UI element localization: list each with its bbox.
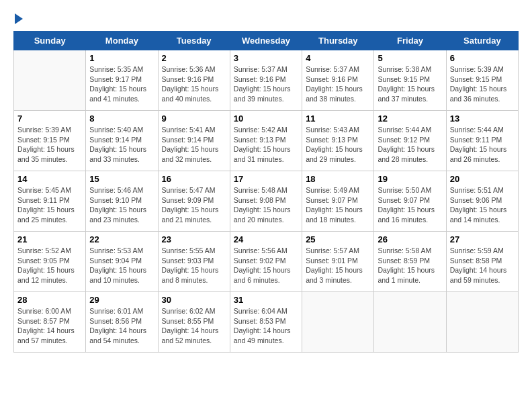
calendar-cell: 17Sunrise: 5:48 AM Sunset: 9:08 PM Dayli… bbox=[230, 171, 302, 232]
day-of-week-header: Saturday bbox=[446, 32, 518, 50]
day-info: Sunrise: 5:46 AM Sunset: 9:10 PM Dayligh… bbox=[89, 185, 154, 225]
logo bbox=[13, 13, 23, 24]
calendar-table: SundayMondayTuesdayWednesdayThursdayFrid… bbox=[13, 31, 519, 353]
day-info: Sunrise: 5:41 AM Sunset: 9:14 PM Dayligh… bbox=[162, 125, 226, 165]
day-number: 16 bbox=[162, 174, 226, 184]
day-info: Sunrise: 5:38 AM Sunset: 9:15 PM Dayligh… bbox=[378, 64, 442, 104]
day-number: 27 bbox=[450, 234, 515, 244]
calendar-cell: 22Sunrise: 5:53 AM Sunset: 9:04 PM Dayli… bbox=[86, 232, 158, 292]
day-number: 3 bbox=[234, 53, 298, 63]
calendar-cell: 25Sunrise: 5:57 AM Sunset: 9:01 PM Dayli… bbox=[302, 232, 374, 292]
day-number: 5 bbox=[378, 53, 442, 63]
day-info: Sunrise: 5:37 AM Sunset: 9:16 PM Dayligh… bbox=[234, 64, 298, 104]
day-number: 18 bbox=[306, 174, 370, 184]
day-of-week-header: Friday bbox=[374, 32, 446, 50]
calendar-week-row: 28Sunrise: 6:00 AM Sunset: 8:57 PM Dayli… bbox=[14, 292, 519, 353]
day-info: Sunrise: 5:58 AM Sunset: 8:59 PM Dayligh… bbox=[378, 246, 442, 285]
day-info: Sunrise: 5:50 AM Sunset: 9:07 PM Dayligh… bbox=[378, 185, 442, 225]
day-number: 28 bbox=[17, 295, 82, 305]
calendar-cell: 4Sunrise: 5:37 AM Sunset: 9:16 PM Daylig… bbox=[302, 50, 374, 111]
day-info: Sunrise: 5:59 AM Sunset: 8:58 PM Dayligh… bbox=[450, 246, 515, 285]
calendar-cell: 18Sunrise: 5:49 AM Sunset: 9:07 PM Dayli… bbox=[302, 171, 374, 232]
day-info: Sunrise: 5:49 AM Sunset: 9:07 PM Dayligh… bbox=[306, 185, 370, 225]
day-of-week-header: Tuesday bbox=[158, 32, 230, 50]
day-info: Sunrise: 5:35 AM Sunset: 9:17 PM Dayligh… bbox=[89, 64, 154, 104]
day-number: 10 bbox=[234, 113, 298, 124]
calendar-cell: 31Sunrise: 6:04 AM Sunset: 8:53 PM Dayli… bbox=[230, 292, 302, 353]
calendar-cell bbox=[14, 50, 86, 111]
day-number: 20 bbox=[450, 174, 515, 184]
calendar-cell: 26Sunrise: 5:58 AM Sunset: 8:59 PM Dayli… bbox=[374, 232, 446, 292]
calendar-cell: 24Sunrise: 5:56 AM Sunset: 9:02 PM Dayli… bbox=[230, 232, 302, 292]
calendar-cell: 15Sunrise: 5:46 AM Sunset: 9:10 PM Dayli… bbox=[86, 171, 158, 232]
calendar-cell: 27Sunrise: 5:59 AM Sunset: 8:58 PM Dayli… bbox=[446, 232, 518, 292]
day-number: 17 bbox=[234, 174, 298, 184]
day-info: Sunrise: 5:43 AM Sunset: 9:13 PM Dayligh… bbox=[306, 125, 370, 165]
calendar-header-row: SundayMondayTuesdayWednesdayThursdayFrid… bbox=[14, 32, 519, 50]
day-number: 7 bbox=[17, 113, 82, 124]
logo-arrow-icon bbox=[15, 13, 23, 24]
calendar-week-row: 14Sunrise: 5:45 AM Sunset: 9:11 PM Dayli… bbox=[14, 171, 519, 232]
calendar-cell: 2Sunrise: 5:36 AM Sunset: 9:16 PM Daylig… bbox=[158, 50, 230, 111]
day-number: 2 bbox=[162, 53, 226, 63]
calendar-cell: 20Sunrise: 5:51 AM Sunset: 9:06 PM Dayli… bbox=[446, 171, 518, 232]
day-info: Sunrise: 5:51 AM Sunset: 9:06 PM Dayligh… bbox=[450, 185, 515, 225]
calendar-cell: 21Sunrise: 5:52 AM Sunset: 9:05 PM Dayli… bbox=[14, 232, 86, 292]
day-number: 31 bbox=[234, 295, 298, 305]
day-info: Sunrise: 5:39 AM Sunset: 9:15 PM Dayligh… bbox=[17, 125, 82, 165]
day-info: Sunrise: 5:42 AM Sunset: 9:13 PM Dayligh… bbox=[234, 125, 298, 165]
day-number: 23 bbox=[162, 234, 226, 244]
calendar-cell: 23Sunrise: 5:55 AM Sunset: 9:03 PM Dayli… bbox=[158, 232, 230, 292]
day-of-week-header: Monday bbox=[86, 32, 158, 50]
day-info: Sunrise: 6:04 AM Sunset: 8:53 PM Dayligh… bbox=[234, 306, 298, 346]
day-number: 13 bbox=[450, 113, 515, 124]
day-info: Sunrise: 5:48 AM Sunset: 9:08 PM Dayligh… bbox=[234, 185, 298, 225]
calendar-cell: 3Sunrise: 5:37 AM Sunset: 9:16 PM Daylig… bbox=[230, 50, 302, 111]
day-of-week-header: Wednesday bbox=[230, 32, 302, 50]
calendar-week-row: 21Sunrise: 5:52 AM Sunset: 9:05 PM Dayli… bbox=[14, 232, 519, 292]
day-info: Sunrise: 5:37 AM Sunset: 9:16 PM Dayligh… bbox=[306, 64, 370, 104]
day-info: Sunrise: 5:56 AM Sunset: 9:02 PM Dayligh… bbox=[234, 246, 298, 285]
day-of-week-header: Sunday bbox=[14, 32, 86, 50]
day-of-week-header: Thursday bbox=[302, 32, 374, 50]
day-info: Sunrise: 5:55 AM Sunset: 9:03 PM Dayligh… bbox=[162, 246, 226, 285]
day-number: 26 bbox=[378, 234, 442, 244]
day-info: Sunrise: 5:39 AM Sunset: 9:15 PM Dayligh… bbox=[450, 64, 515, 104]
day-number: 25 bbox=[306, 234, 370, 244]
calendar-week-row: 7Sunrise: 5:39 AM Sunset: 9:15 PM Daylig… bbox=[14, 111, 519, 171]
day-info: Sunrise: 5:36 AM Sunset: 9:16 PM Dayligh… bbox=[162, 64, 226, 104]
calendar-cell bbox=[446, 292, 518, 353]
day-info: Sunrise: 5:52 AM Sunset: 9:05 PM Dayligh… bbox=[17, 246, 82, 285]
calendar-cell bbox=[374, 292, 446, 353]
calendar-week-row: 1Sunrise: 5:35 AM Sunset: 9:17 PM Daylig… bbox=[14, 50, 519, 111]
day-number: 14 bbox=[17, 174, 82, 184]
day-number: 1 bbox=[89, 53, 154, 63]
day-number: 8 bbox=[89, 113, 154, 124]
page-header bbox=[13, 13, 519, 24]
day-info: Sunrise: 6:01 AM Sunset: 8:56 PM Dayligh… bbox=[89, 306, 154, 346]
day-number: 30 bbox=[162, 295, 226, 305]
calendar-cell bbox=[302, 292, 374, 353]
day-info: Sunrise: 5:47 AM Sunset: 9:09 PM Dayligh… bbox=[162, 185, 226, 225]
day-number: 6 bbox=[450, 53, 515, 63]
day-number: 9 bbox=[162, 113, 226, 124]
day-number: 29 bbox=[89, 295, 154, 305]
calendar-cell: 16Sunrise: 5:47 AM Sunset: 9:09 PM Dayli… bbox=[158, 171, 230, 232]
day-number: 11 bbox=[306, 113, 370, 124]
day-info: Sunrise: 5:44 AM Sunset: 9:11 PM Dayligh… bbox=[450, 125, 515, 165]
calendar-cell: 30Sunrise: 6:02 AM Sunset: 8:55 PM Dayli… bbox=[158, 292, 230, 353]
day-number: 12 bbox=[378, 113, 442, 124]
day-info: Sunrise: 6:00 AM Sunset: 8:57 PM Dayligh… bbox=[17, 306, 82, 346]
calendar-cell: 9Sunrise: 5:41 AM Sunset: 9:14 PM Daylig… bbox=[158, 111, 230, 171]
day-number: 15 bbox=[89, 174, 154, 184]
calendar-cell: 29Sunrise: 6:01 AM Sunset: 8:56 PM Dayli… bbox=[86, 292, 158, 353]
day-info: Sunrise: 5:57 AM Sunset: 9:01 PM Dayligh… bbox=[306, 246, 370, 285]
calendar-cell: 5Sunrise: 5:38 AM Sunset: 9:15 PM Daylig… bbox=[374, 50, 446, 111]
day-info: Sunrise: 5:44 AM Sunset: 9:12 PM Dayligh… bbox=[378, 125, 442, 165]
day-number: 19 bbox=[378, 174, 442, 184]
day-number: 24 bbox=[234, 234, 298, 244]
day-info: Sunrise: 5:53 AM Sunset: 9:04 PM Dayligh… bbox=[89, 246, 154, 285]
calendar-cell: 6Sunrise: 5:39 AM Sunset: 9:15 PM Daylig… bbox=[446, 50, 518, 111]
day-number: 22 bbox=[89, 234, 154, 244]
calendar-cell: 28Sunrise: 6:00 AM Sunset: 8:57 PM Dayli… bbox=[14, 292, 86, 353]
